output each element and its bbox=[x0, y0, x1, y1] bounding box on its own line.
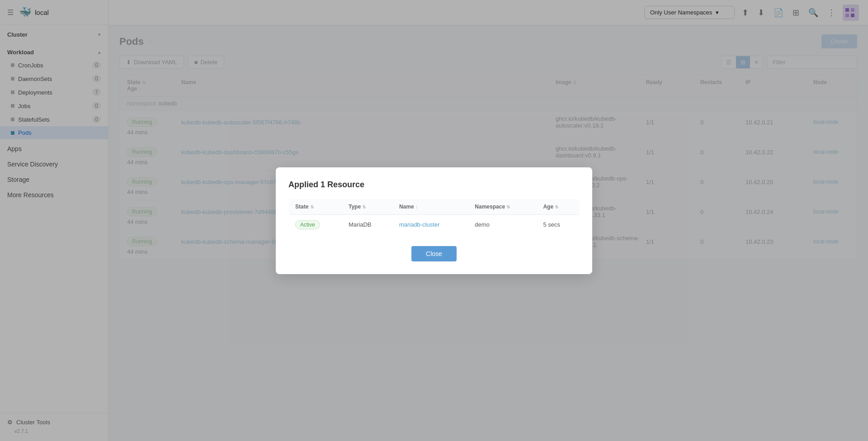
modal-table-row: Active MariaDB mariadb-cluster demo 5 se… bbox=[289, 214, 580, 235]
modal-table: State ⇅ Type ⇅ Name ↕ Namespace ⇅ bbox=[288, 199, 580, 235]
applied-resources-modal: Applied 1 Resource State ⇅ Type ⇅ N bbox=[276, 167, 592, 274]
modal-table-header-row: State ⇅ Type ⇅ Name ↕ Namespace ⇅ bbox=[289, 199, 580, 214]
modal-row-name: mariadb-cluster bbox=[393, 214, 468, 235]
modal-row-type: MariaDB bbox=[342, 214, 393, 235]
modal-col-type: Type ⇅ bbox=[342, 199, 393, 214]
active-status-badge: Active bbox=[295, 220, 320, 229]
modal-name-link[interactable]: mariadb-cluster bbox=[399, 221, 440, 228]
modal-overlay: Applied 1 Resource State ⇅ Type ⇅ N bbox=[108, 0, 868, 441]
main-content: Only User Namespaces ▾ ⬆ ⬇ 📄 ⊞ 🔍 ⋮ bbox=[108, 0, 868, 441]
state-sort[interactable]: ⇅ bbox=[310, 204, 314, 209]
modal-footer: Close bbox=[288, 246, 580, 261]
modal-col-age: Age ⇅ bbox=[537, 199, 579, 214]
modal-col-name: Name ↕ bbox=[393, 199, 468, 214]
age-sort[interactable]: ⇅ bbox=[555, 204, 558, 209]
modal-row-age: 5 secs bbox=[537, 214, 579, 235]
namespace-sort[interactable]: ⇅ bbox=[506, 204, 510, 209]
name-sort[interactable]: ↕ bbox=[415, 204, 418, 209]
modal-row-namespace: demo bbox=[468, 214, 537, 235]
modal-col-state: State ⇅ bbox=[289, 199, 342, 214]
modal-col-namespace: Namespace ⇅ bbox=[468, 199, 537, 214]
type-sort[interactable]: ⇅ bbox=[362, 204, 366, 209]
modal-title: Applied 1 Resource bbox=[288, 180, 580, 190]
close-button[interactable]: Close bbox=[411, 246, 457, 261]
modal-row-state: Active bbox=[289, 214, 342, 235]
